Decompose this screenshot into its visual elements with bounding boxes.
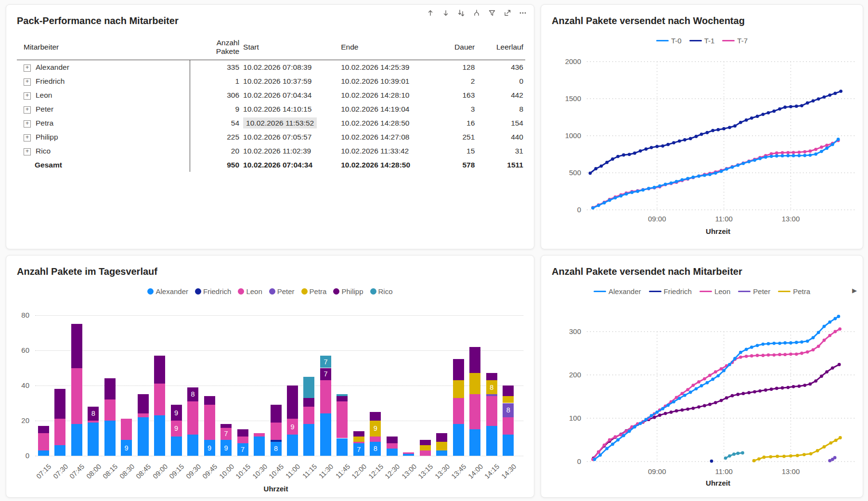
data-point-leon[interactable]: [806, 350, 809, 354]
data-point-leon[interactable]: [772, 353, 776, 357]
data-point-philipp[interactable]: [703, 404, 706, 408]
data-point-alexander[interactable]: [661, 407, 664, 411]
data-point-t-0[interactable]: [803, 154, 806, 157]
bar-segment-philipp[interactable]: [271, 405, 282, 423]
line-series-petra[interactable]: [754, 438, 840, 461]
data-point-t-7[interactable]: [814, 148, 817, 151]
data-point-friedrich[interactable]: [710, 460, 713, 463]
data-point-leon[interactable]: [762, 354, 765, 357]
data-point-t-1[interactable]: [666, 143, 670, 146]
data-point-alexander[interactable]: [633, 425, 636, 429]
data-point-philipp[interactable]: [764, 388, 767, 392]
bar-segment-friedrich[interactable]: [271, 440, 282, 442]
data-point-t-0[interactable]: [636, 190, 639, 193]
data-point-t-7[interactable]: [820, 145, 823, 149]
data-point-t-0[interactable]: [597, 204, 600, 207]
data-point-t-7[interactable]: [787, 151, 790, 154]
data-point-petra[interactable]: [803, 453, 806, 456]
bar-segment-leon[interactable]: [353, 442, 364, 444]
data-point-t-1[interactable]: [683, 138, 687, 141]
expand-all-down-icon[interactable]: [472, 9, 481, 17]
data-point-t-1[interactable]: [594, 167, 597, 170]
data-point-alexander[interactable]: [628, 430, 631, 433]
data-point-t-0[interactable]: [681, 178, 684, 181]
data-point-t-7[interactable]: [808, 150, 812, 153]
bar-segment-petra[interactable]: [453, 380, 464, 398]
data-point-philipp[interactable]: [658, 413, 661, 417]
data-point-t-0[interactable]: [653, 186, 656, 189]
data-point-t-0[interactable]: [630, 191, 634, 194]
cell-pakete[interactable]: 225: [190, 130, 241, 144]
bar-segment-alexander[interactable]: 9: [220, 440, 232, 456]
data-point-alexander[interactable]: [722, 369, 725, 373]
data-point-t-1[interactable]: [672, 141, 675, 144]
data-point-t-1[interactable]: [689, 137, 692, 141]
legend-item-leon[interactable]: Leon: [238, 287, 262, 295]
data-point-philipp[interactable]: [714, 401, 717, 404]
bar-segment-philipp[interactable]: [104, 378, 116, 399]
data-point-leon[interactable]: [833, 330, 837, 334]
data-point-t-0[interactable]: [641, 188, 645, 192]
bar-segment-philipp[interactable]: [387, 437, 398, 444]
data-point-alexander[interactable]: [655, 411, 659, 414]
data-point-leon[interactable]: [614, 435, 617, 438]
bar-segment-petra[interactable]: [353, 437, 364, 442]
bar-segment-leon[interactable]: [121, 419, 132, 440]
data-point-alexander[interactable]: [706, 381, 709, 385]
data-point-t-0[interactable]: [742, 162, 745, 165]
data-point-t-0[interactable]: [825, 147, 829, 150]
table-row[interactable]: +Petra5410.02.2026 11:53:5210.02.2026 14…: [17, 116, 525, 130]
data-point-alexander[interactable]: [783, 341, 787, 345]
data-point-philipp[interactable]: [758, 389, 762, 393]
column-header-pakete[interactable]: Anzahl Pakete: [190, 35, 241, 60]
bar-segment-philipp[interactable]: [370, 412, 381, 421]
bar-segment-leon[interactable]: [38, 433, 49, 451]
cell-start[interactable]: 10.02.2026 14:10:15: [241, 102, 339, 116]
data-point-philipp[interactable]: [838, 363, 841, 366]
legend-item-friedrich[interactable]: Friedrich: [195, 287, 231, 295]
cell-start[interactable]: 10.02.2026 10:37:59: [241, 74, 339, 88]
legend-item-alexander[interactable]: Alexander: [147, 287, 188, 295]
data-point-alexander[interactable]: [672, 400, 675, 403]
bar-segment-petra[interactable]: [503, 396, 514, 403]
data-point-philipp[interactable]: [691, 407, 695, 410]
expand-icon[interactable]: +: [24, 92, 31, 100]
expand-icon[interactable]: +: [24, 78, 31, 86]
data-point-t-1[interactable]: [716, 128, 720, 131]
data-point-leon[interactable]: [756, 354, 759, 357]
legend-item-rico[interactable]: Rico: [370, 287, 393, 295]
data-point-t-1[interactable]: [828, 93, 831, 97]
bar-segment-petra[interactable]: 8: [486, 380, 497, 394]
data-point-t-1[interactable]: [800, 104, 803, 107]
data-point-t-0[interactable]: [775, 154, 778, 158]
data-point-t-0[interactable]: [675, 180, 678, 183]
bar-segment-leon[interactable]: [104, 399, 116, 421]
bar-segment-leon[interactable]: [88, 421, 99, 423]
cell-ende[interactable]: 10.02.2026 14:19:04: [339, 102, 436, 116]
data-point-alexander[interactable]: [666, 404, 670, 407]
data-point-alexander[interactable]: [739, 351, 742, 354]
bar-segment-leon[interactable]: [370, 437, 381, 442]
cell-pakete[interactable]: 54: [190, 116, 241, 130]
data-point-alexander[interactable]: [678, 397, 681, 400]
cell-dauer[interactable]: 15: [436, 144, 477, 158]
bar-segment-philipp[interactable]: [54, 389, 65, 419]
bar-segment-philipp[interactable]: [204, 396, 215, 405]
data-point-philipp[interactable]: [675, 409, 678, 412]
cell-leerlauf[interactable]: 31: [477, 144, 525, 158]
data-point-leon[interactable]: [767, 353, 770, 357]
bar-segment-philipp[interactable]: [237, 429, 248, 437]
bar-segment-alexander[interactable]: [54, 445, 65, 456]
data-point-leon[interactable]: [603, 443, 606, 447]
cell-pakete[interactable]: 1: [190, 74, 241, 88]
cell-dauer[interactable]: 128: [436, 60, 477, 75]
data-point-t-1[interactable]: [650, 146, 653, 149]
bar-segment-alexander[interactable]: [453, 424, 464, 456]
bar-segment-leon[interactable]: [237, 437, 248, 444]
data-point-alexander[interactable]: [806, 339, 809, 343]
bar-segment-philipp[interactable]: [287, 385, 298, 419]
data-point-t-1[interactable]: [645, 147, 648, 151]
data-point-alexander[interactable]: [795, 341, 798, 344]
data-point-rico[interactable]: [741, 451, 744, 455]
bar-segment-alexander[interactable]: [303, 424, 314, 456]
